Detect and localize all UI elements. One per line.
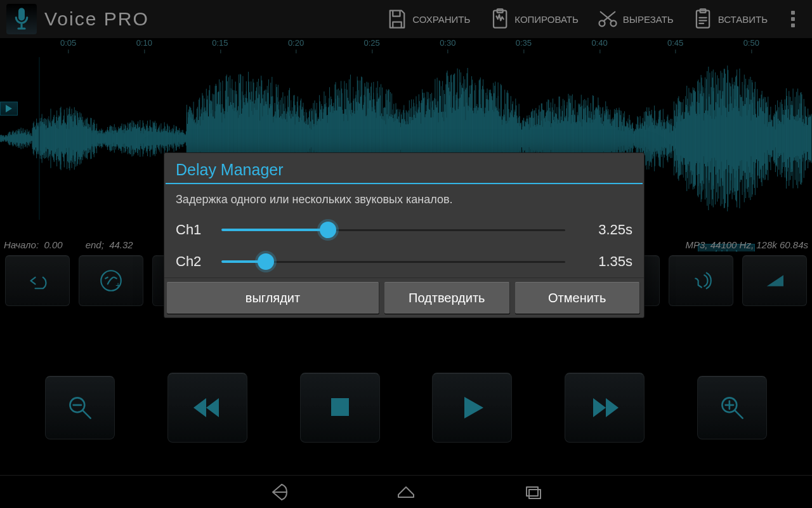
cancel-button[interactable]: Отменить <box>515 282 640 314</box>
ch2-value: 1.35s <box>575 253 632 270</box>
ch1-value: 3.25s <box>575 222 632 238</box>
dialog-divider <box>166 183 643 184</box>
ch1-slider[interactable] <box>221 220 565 239</box>
confirm-button[interactable]: Подтвердить <box>384 282 509 314</box>
delay-manager-dialog: Delay Manager Задержка одного или нескол… <box>164 152 645 318</box>
channel2-row: Ch2 1.35s <box>164 246 644 277</box>
preview-button[interactable]: выглядит <box>167 282 379 314</box>
dialog-description: Задержка одного или нескольких звуковых … <box>164 190 644 214</box>
ch1-label: Ch1 <box>176 222 211 238</box>
dialog-title: Delay Manager <box>164 153 644 183</box>
channel1-row: Ch1 3.25s <box>164 214 644 246</box>
dialog-buttons: выглядит Подтвердить Отменить <box>164 277 644 318</box>
ch2-slider[interactable] <box>221 252 565 271</box>
ch2-label: Ch2 <box>176 253 211 270</box>
